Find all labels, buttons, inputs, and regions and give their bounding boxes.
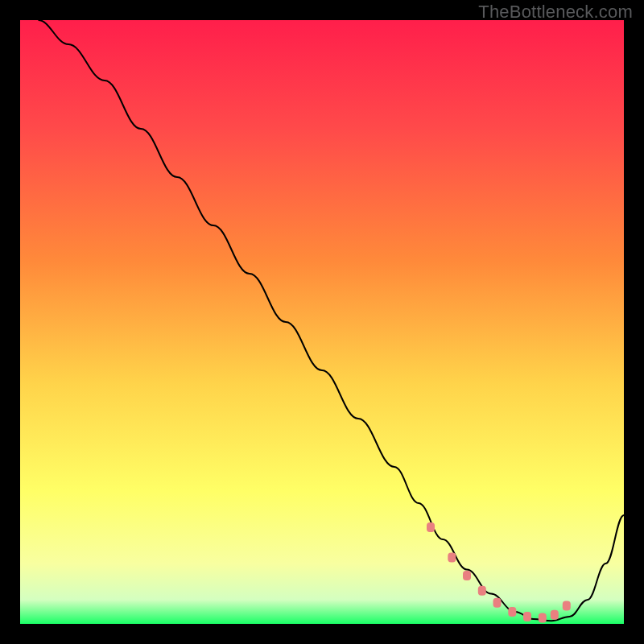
chart-svg: [20, 20, 624, 624]
sweet-spot-dot: [563, 601, 571, 611]
sweet-spot-dot: [539, 613, 547, 623]
sweet-spot-dot: [478, 586, 486, 596]
gradient-bg: [20, 20, 624, 624]
sweet-spot-dot: [523, 612, 531, 621]
sweet-spot-dot: [427, 522, 435, 532]
plot-area: [20, 20, 624, 624]
sweet-spot-dot: [448, 553, 456, 563]
sweet-spot-dot: [508, 607, 516, 617]
chart-frame: TheBottleneck.com: [0, 0, 644, 644]
sweet-spot-dot: [551, 610, 559, 620]
sweet-spot-dot: [493, 598, 502, 608]
sweet-spot-dot: [463, 571, 471, 580]
